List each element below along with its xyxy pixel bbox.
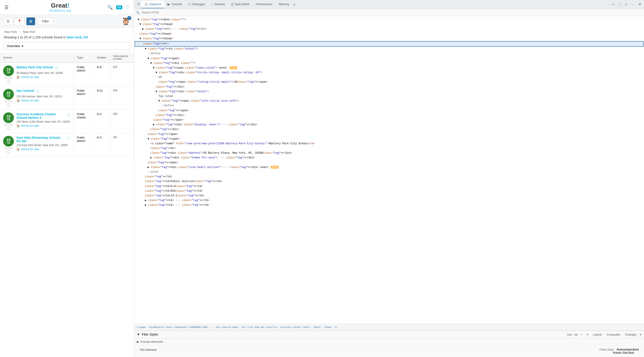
html-tree-line[interactable]: ▼ class="tag"><span class="tipso_style">… <box>134 66 644 70</box>
tab-inspector[interactable]: ⬜ Inspector <box>141 1 164 8</box>
fullscreen-button[interactable]: ⤢ <box>624 1 628 7</box>
html-tree-line[interactable]: class="tag"><br> <box>134 146 644 151</box>
computed-tab[interactable]: Computed <box>605 333 622 336</box>
html-tree-line[interactable]: Top rated <box>134 94 644 99</box>
html-tree-line[interactable]: ▼ class="tag"><div class="scale"> <box>134 89 644 94</box>
html-tree-line[interactable]: ▼ class="tag"><thead> <box>134 22 644 27</box>
layout-tab[interactable]: Layout <box>591 333 604 336</box>
html-tree-line[interactable]: ::before <box>134 51 644 56</box>
hamburger-menu-icon[interactable]: ☰ <box>4 5 8 10</box>
filter-button[interactable]: Filter <box>38 18 53 25</box>
favorite-icon[interactable]: ♡ <box>36 89 40 94</box>
html-tree-line[interactable]: ▼ class="tag"><table class=""> <box>134 17 644 22</box>
tab-style-editor[interactable]: {} Style Editor <box>228 1 253 8</box>
school-info: Success Academy Charter School-Harlem 4 … <box>16 112 70 127</box>
info-icon[interactable]: i <box>7 127 10 130</box>
tab-refresh-icon[interactable]: ⟳ <box>136 1 141 8</box>
school-name[interactable]: Battery Park City School <box>16 65 53 69</box>
html-tree-line[interactable]: class="tag"><div class="address">55 Batt… <box>134 151 644 155</box>
html-tree-panel[interactable]: ▼ class="tag"><table class="">▼ class="t… <box>134 16 644 324</box>
html-tree-line[interactable]: ▶ class="tag"><div style="display: none;… <box>134 122 644 127</box>
dock-button[interactable]: ⬚ <box>617 1 622 7</box>
html-tree-line[interactable]: class="tag"><td>K-8class="tag"></td> <box>134 184 644 189</box>
html-tree-line[interactable]: class="tag"><td>Public districtclass="ta… <box>134 179 644 184</box>
html-tree-line[interactable]: class="tag"><span class="rating-circle-s… <box>134 80 644 84</box>
homes-for-sale-link[interactable]: 🏠 Homes for sale <box>16 75 70 79</box>
filter-styles-icon: ▼ <box>137 333 140 336</box>
html-tree-line[interactable]: ▼ class="tag"><td class="school"> <box>134 47 644 51</box>
homes-for-sale-link[interactable]: 🏠 Homes for sale <box>16 148 70 151</box>
tab-console[interactable]: ▶ Console <box>164 1 185 8</box>
favorite-icon[interactable]: ♡ <box>55 66 58 71</box>
hov-button[interactable]: :hov <box>567 333 572 336</box>
html-tree-line[interactable]: ::before <box>134 103 644 108</box>
changes-tab[interactable]: Changes <box>623 333 638 336</box>
search-icon[interactable]: 🔍 <box>107 5 113 10</box>
tab-debugger[interactable]: ⬡ Debugger <box>185 1 208 8</box>
dom-breadcrumb-item[interactable]: thead <box>324 326 331 329</box>
html-tree-line[interactable]: ▼ class="tag"><span> <box>134 137 644 141</box>
school-name[interactable]: East Side Elementary School, PS 267 <box>16 136 65 143</box>
html-tree-line[interactable]: class="tag"><td>13:1class="tag"></td> <box>134 193 644 198</box>
overview-dropdown[interactable]: Overview ▾ <box>4 42 130 50</box>
es-badge[interactable]: ES <box>116 5 122 9</box>
html-tree-line[interactable]: class="tag"></span> <box>134 132 644 137</box>
homes-for-sale-link[interactable]: 🏠 Homes for sale <box>16 124 70 127</box>
html-search-input[interactable] <box>140 10 642 15</box>
html-tree-line[interactable]: ▼ class="tag"><span class="info-circle i… <box>134 99 644 103</box>
map-view-button[interactable]: 📍 <box>14 17 24 25</box>
heart-icon[interactable]: ♡ <box>126 5 130 10</box>
dom-breadcrumb-item[interactable]: div#Search-react-component-cbd0a686-9d8c… <box>149 326 213 329</box>
add-rule-button[interactable]: + <box>579 332 584 337</box>
school-name[interactable]: Nyc Ischool <box>16 89 34 92</box>
html-tree-line[interactable]: ▶ class="tag"><tr> ··· class="tag"></tr> <box>134 27 644 31</box>
favorite-icon[interactable]: ♡ <box>67 136 70 141</box>
html-tree-line[interactable]: ▶ class="tag"><div class="homes-for-sale… <box>134 155 644 160</box>
breadcrumb-part1[interactable]: New York <box>4 30 17 33</box>
tab-network[interactable]: ↕ Network <box>208 1 228 8</box>
dom-breadcrumb-item[interactable]: h-page <box>137 326 146 329</box>
html-tree-line[interactable]: ▶ class="tag"><td> ··· class="tag"></td> <box>134 198 644 203</box>
html-tree-line[interactable]: class="tag"><td>822class="tag"></td> <box>134 189 644 193</box>
html-tree-line[interactable]: ▶ class="tag"><td> ··· class="tag"></td> <box>134 203 644 208</box>
grid-view-button[interactable]: ⊞ <box>26 17 35 25</box>
cls-button[interactable]: .cls <box>573 333 578 336</box>
html-tree-line[interactable]: class="tag"></div> <box>134 127 644 132</box>
html-tree-line[interactable]: class="tag"></span> <box>134 160 644 165</box>
school-name[interactable]: Success Academy Charter School-Harlem 4 <box>16 112 65 119</box>
html-tree-line[interactable]: ▼ class="tag"><tbody> <box>134 36 644 41</box>
tab-memory[interactable]: Memory <box>276 1 292 8</box>
new-tab-button[interactable]: + <box>611 1 615 7</box>
info-icon[interactable]: i <box>7 103 10 107</box>
html-tree-line[interactable]: class="tag"></td> <box>134 174 644 179</box>
dom-breadcrumb-item[interactable]: tr <box>334 326 338 329</box>
breadcrumb-part2[interactable]: New York <box>23 30 35 33</box>
html-tree-line[interactable]: class="tag"><tr> <box>134 41 644 47</box>
copy-rule-button[interactable]: ⎘ <box>585 332 590 337</box>
html-tree-line[interactable]: ::after <box>134 170 644 174</box>
html-tree-line[interactable]: ▶ class="tag"><div class="icon-heart-out… <box>134 165 644 170</box>
list-view-button[interactable]: ☰ <box>4 17 12 25</box>
html-tree-line[interactable]: ▼ class="tag"><span> <box>134 56 644 61</box>
homes-for-sale-link[interactable]: 🏠 Homes for sale <box>16 99 70 102</box>
close-devtools-button[interactable]: ✕ <box>638 1 642 7</box>
dom-breadcrumb-item[interactable]: table <box>313 326 320 329</box>
dom-breadcrumb-item[interactable]: div.search-body <box>216 326 238 329</box>
dom-breadcrumb-item[interactable]: div.list-map-ad.clearfix <box>242 326 277 329</box>
html-tree-line[interactable]: class="tag"></div> <box>134 113 644 118</box>
info-icon[interactable]: i <box>7 80 10 83</box>
html-tree-line[interactable]: ▼ class="tag"><div class=""> <box>134 61 644 66</box>
html-tree-line[interactable]: class="tag"></thead> <box>134 32 644 36</box>
html-tree-line[interactable]: class="tag"></span> <box>134 108 644 113</box>
html-tree-line[interactable]: ▼ class="tag"><div class="circle-rating-… <box>134 70 644 75</box>
html-tree-line[interactable]: class="tag"></span> <box>134 118 644 122</box>
overflow-menu-button[interactable]: ⋯ <box>630 1 636 7</box>
html-tree-line[interactable]: <a class="name" href="/new-york/new-york… <box>134 141 644 146</box>
favorite-icon[interactable]: ♡ <box>67 113 70 118</box>
html-tree-line[interactable]: class="tag"></div> <box>134 85 644 89</box>
info-icon[interactable]: i <box>7 150 10 154</box>
html-tree-line[interactable]: 10 <box>134 75 644 80</box>
more-tabs-icon[interactable]: » <box>293 2 295 6</box>
tab-performance[interactable]: Performance <box>253 1 276 8</box>
dom-breadcrumb-item[interactable]: section.school-table <box>280 326 310 329</box>
